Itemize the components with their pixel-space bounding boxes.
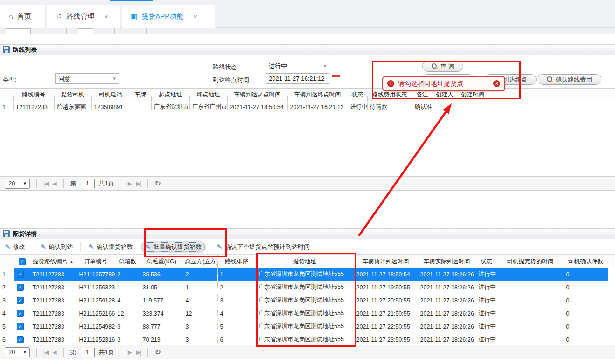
- cell: 2021-11-27 22:50:55: [354, 320, 418, 333]
- filler-header: [608, 255, 615, 268]
- checkbox[interactable]: ✓: [17, 271, 24, 278]
- confirm-box-count-button[interactable]: ✎确认提货箱数: [88, 243, 133, 251]
- cell: 待请款: [367, 101, 412, 113]
- magnifier-icon: [547, 76, 553, 82]
- refresh-icon[interactable]: [154, 348, 161, 357]
- row-checkbox-cell[interactable]: ✓: [14, 307, 30, 320]
- column-header[interactable]: 车辆到达起点时间: [227, 89, 287, 101]
- filler-cell: [608, 333, 615, 346]
- calendar-icon[interactable]: [332, 75, 340, 82]
- column-header[interactable]: 车辆实际到达时间: [418, 255, 476, 268]
- column-header[interactable]: 司机提完货的时间: [497, 255, 564, 268]
- table-row[interactable]: 5✓T211127283H2111254982388.77735广东省深圳市龙岗…: [0, 320, 615, 333]
- column-header[interactable]: 提货地址: [256, 255, 354, 268]
- route-status-select[interactable]: 进行中▾: [266, 61, 329, 71]
- chevron-down-icon: ▾: [113, 76, 116, 82]
- row-number-header: [0, 89, 13, 101]
- select-all-checkbox[interactable]: ✓: [14, 255, 30, 268]
- end-time-input[interactable]: 2021-11-27 16:21:12: [266, 73, 329, 84]
- edit-button[interactable]: ✎修改: [5, 243, 25, 251]
- table-row[interactable]: 4✓T211127283H211125216612323.374124广东省深圳…: [0, 307, 615, 320]
- tab-home[interactable]: ⌂ 首页: [0, 5, 46, 28]
- tab-label: 路线管理: [66, 12, 94, 21]
- checkbox[interactable]: ✓: [17, 284, 24, 291]
- type-select[interactable]: 同意▾: [55, 73, 119, 84]
- refresh-icon[interactable]: [154, 179, 161, 188]
- column-header[interactable]: 车辆到达终点时间: [287, 89, 348, 101]
- column-header[interactable]: 总立方(立方): [183, 255, 217, 268]
- row-number: 5: [0, 320, 14, 333]
- cell: [497, 281, 564, 294]
- cell: 1: [217, 268, 256, 281]
- checkbox[interactable]: ✓: [17, 310, 24, 317]
- close-icon[interactable]: ×: [104, 13, 108, 21]
- column-header[interactable]: 起点地址: [151, 89, 189, 101]
- checkbox[interactable]: ✓: [17, 323, 24, 330]
- column-header[interactable]: 司机电话: [91, 89, 130, 101]
- last-page-icon[interactable]: [136, 180, 141, 187]
- column-header[interactable]: 状态: [348, 89, 367, 101]
- row-checkbox-cell[interactable]: ✓: [14, 333, 30, 346]
- row-checkbox-cell[interactable]: ✓: [14, 268, 30, 281]
- end-time-label: 到达终点时间:: [213, 76, 251, 84]
- cell: 确认准: [412, 101, 433, 113]
- confirm-arrival-button[interactable]: ✎确认到达: [41, 243, 73, 251]
- checkbox[interactable]: ✓: [17, 336, 24, 343]
- column-header[interactable]: 终点地址: [189, 89, 227, 101]
- page-word: 第: [70, 179, 77, 188]
- table-row[interactable]: 2✓T211127283H2111256323131.0512广东省深圳市龙岗区…: [0, 281, 615, 294]
- cell: 2021-11-27 18:26:26: [418, 333, 476, 346]
- pencil-icon: ✎: [217, 243, 223, 251]
- checkbox[interactable]: ✓: [17, 297, 24, 304]
- cell: 进行中: [476, 268, 497, 281]
- cell: T211127283: [30, 268, 77, 281]
- checkbox[interactable]: ✓: [19, 258, 26, 265]
- row-checkbox-cell[interactable]: ✓: [14, 281, 30, 294]
- table-row[interactable]: 1T211127283跨越东莞莞123589891广东省深圳市广东省广州市202…: [0, 101, 615, 113]
- table-row[interactable]: 6✓T211127283H2111252316370.21336广东省深圳市龙岗…: [0, 333, 615, 346]
- next-page-icon[interactable]: [128, 349, 132, 356]
- column-header[interactable]: 司机确认件数: [564, 255, 608, 268]
- close-icon[interactable]: ×: [193, 13, 197, 21]
- confirm-next-eta-button[interactable]: ✎确认下个提货点的预计到达时间: [217, 243, 310, 251]
- last-page-icon[interactable]: [136, 349, 141, 356]
- table-row[interactable]: 3✓T211127283H21112591284119.57743广东省深圳市龙…: [0, 294, 615, 307]
- tab-route-management[interactable]: ⚐ 路线管理 ×: [47, 5, 120, 28]
- prev-page-icon[interactable]: [52, 349, 56, 356]
- row-checkbox-cell[interactable]: ✓: [14, 294, 30, 307]
- column-header[interactable]: 车牌: [130, 89, 151, 101]
- tab-pickup-app[interactable]: ▣ 提货APP功能 ×: [122, 5, 215, 28]
- table-row[interactable]: 1✓T211127283H2111257789235.53621广东省深圳市龙岗…: [0, 268, 615, 281]
- column-header[interactable]: 路线排序: [217, 255, 256, 268]
- column-header[interactable]: 订单编号: [77, 255, 115, 268]
- floppy-disk-icon: [3, 230, 10, 237]
- page-size-select[interactable]: 20▾: [5, 347, 30, 357]
- column-header[interactable]: 车辆预计到达时间: [354, 255, 418, 268]
- column-header[interactable]: 路线编号: [13, 89, 54, 101]
- query-button[interactable]: 查 询: [422, 61, 463, 72]
- batch-confirm-box-count-button[interactable]: ✎批量确认提货箱数: [140, 241, 207, 253]
- cell: 88.777: [140, 320, 183, 333]
- column-header[interactable]: 总箱数: [115, 255, 140, 268]
- prev-page-icon[interactable]: [52, 180, 56, 187]
- column-header[interactable]: 提货司机: [54, 89, 91, 101]
- page-size-select[interactable]: 20▾: [5, 179, 30, 189]
- column-header[interactable]: 提货路线编号▲: [30, 255, 77, 268]
- column-header[interactable]: 总毛重(KG): [140, 255, 183, 268]
- cell: T211127283: [30, 281, 77, 294]
- first-page-icon[interactable]: [43, 180, 48, 187]
- column-header[interactable]: 状态: [476, 255, 497, 268]
- cell: [497, 320, 564, 333]
- header-row: ✓提货路线编号▲订单编号总箱数总毛重(KG)总立方(立方)路线排序提货地址车辆预…: [0, 255, 615, 268]
- next-page-icon[interactable]: [128, 180, 132, 187]
- first-page-icon[interactable]: [43, 349, 48, 356]
- page-input[interactable]: [81, 179, 95, 188]
- type-label: 类型:: [3, 76, 17, 84]
- page-total: 共1页: [99, 179, 114, 188]
- cell: 123589891: [91, 101, 130, 113]
- confirm-route-fee-button[interactable]: 确认路线费用: [538, 74, 601, 85]
- cell: H2111254982: [77, 320, 115, 333]
- page-input[interactable]: [81, 348, 95, 357]
- close-icon[interactable]: ✕: [493, 80, 500, 87]
- row-checkbox-cell[interactable]: ✓: [14, 320, 30, 333]
